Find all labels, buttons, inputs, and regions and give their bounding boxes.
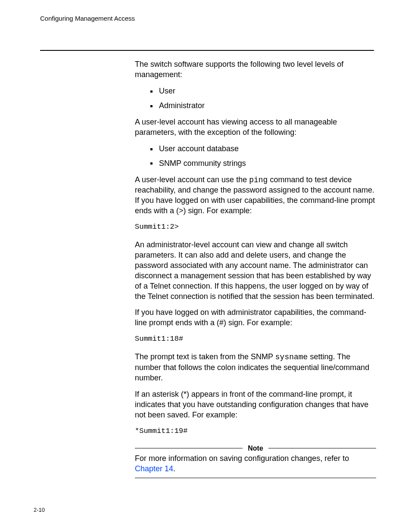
asterisk-prompt-example: *Summit1:19# [135, 426, 377, 436]
user-prompt-example: Summit1:2> [135, 222, 377, 232]
admin-prompt-example: Summit1:18# [135, 334, 377, 344]
list-item: Administrator [135, 101, 377, 111]
asterisk-paragraph: If an asterisk (*) appears in front of t… [135, 389, 377, 420]
note-label: Note [248, 444, 263, 453]
sysname-keyword: sysname [275, 353, 308, 361]
user-ping-paragraph: A user-level account can use the ping co… [135, 175, 377, 217]
list-item: User account database [135, 144, 377, 154]
chapter-link[interactable]: Chapter 14 [135, 464, 173, 473]
note-block: Note For more information on saving conf… [135, 444, 376, 478]
text-fragment: A user-level account can use the [135, 175, 249, 184]
body-content: The switch software supports the followi… [135, 59, 377, 478]
page: Configuring Management Access The switch… [0, 0, 411, 532]
top-rule [40, 50, 374, 51]
exceptions-list: User account database SNMP community str… [135, 144, 377, 169]
admin-paragraph: An administrator-level account can view … [135, 240, 377, 302]
note-body: For more information on saving configura… [135, 453, 376, 478]
text-fragment: . [173, 464, 175, 473]
note-rule-bottom [135, 478, 376, 478]
list-item: User [135, 86, 377, 96]
intro-paragraph: The switch software supports the followi… [135, 59, 377, 80]
ping-command: ping [249, 176, 268, 184]
user-exceptions-intro: A user-level account has viewing access … [135, 117, 377, 138]
running-head: Configuring Management Access [40, 15, 135, 22]
note-header: Note [135, 444, 376, 453]
snmp-paragraph: The prompt text is taken from the SNMP s… [135, 352, 377, 383]
page-number: 2-10 [34, 507, 45, 513]
text-fragment: The prompt text is taken from the SNMP [135, 352, 275, 361]
note-rule-left [135, 448, 243, 448]
note-rule-right [268, 448, 376, 448]
text-fragment: For more information on saving configura… [135, 454, 349, 463]
admin-prompt-paragraph: If you have logged on with administrator… [135, 308, 377, 328]
list-item: SNMP community strings [135, 159, 377, 169]
levels-list: User Administrator [135, 86, 377, 111]
